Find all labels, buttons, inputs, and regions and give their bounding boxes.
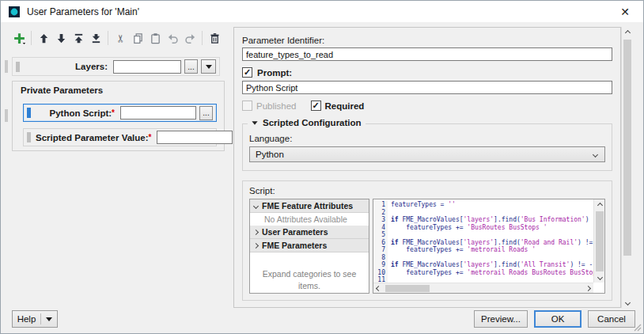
chevron-down-icon [253, 203, 259, 208]
code-line: featureTypes = '' [391, 201, 593, 209]
scroll-right-button[interactable] [583, 283, 593, 294]
prompt-input[interactable] [242, 81, 612, 94]
python-script-row[interactable]: Python Script:* ... [23, 104, 217, 122]
layers-row-handle[interactable] [5, 60, 8, 73]
collapse-triangle-icon [252, 121, 257, 125]
code-line [391, 254, 593, 262]
move-up-button[interactable] [35, 29, 52, 47]
private-group-handle[interactable] [5, 109, 8, 122]
scroll-down-button[interactable] [622, 297, 633, 308]
private-parameters-label: Private Parameters [21, 85, 103, 95]
user-parameters-dialog: User Parameters for 'Main' ✕ [0, 0, 644, 334]
arrow-to-bottom-icon [90, 32, 102, 44]
tree-category-fme-parameters[interactable]: FME Parameters [250, 239, 369, 252]
attribute-tree: FME Feature Attributes No Attributes Ava… [249, 199, 369, 294]
language-label: Language: [249, 134, 605, 143]
layers-dropdown-button[interactable] [201, 59, 216, 74]
undo-icon [167, 32, 179, 44]
scrollbar-thumb[interactable] [385, 285, 430, 292]
language-select[interactable]: Python [249, 146, 605, 162]
dropdown-arrow-icon [46, 317, 52, 321]
python-script-browse-button[interactable]: ... [199, 106, 213, 120]
code-line: if FME_MacroValues['layers'].find('Bus I… [391, 216, 593, 224]
parameter-identifier-label: Parameter Identifier: [242, 36, 612, 45]
scroll-up-button[interactable] [622, 27, 633, 38]
drag-grip-icon [27, 108, 31, 118]
required-asterisk: * [149, 133, 152, 142]
delete-button[interactable] [206, 29, 223, 47]
script-label: Script: [249, 186, 605, 195]
window-title: User Parameters for 'Main' [27, 6, 139, 17]
line-number: 3 [373, 216, 385, 224]
add-parameter-button[interactable] [10, 29, 28, 47]
prompt-checkbox[interactable]: ✓ [242, 67, 252, 78]
required-asterisk: * [112, 108, 115, 117]
private-parameters-group: Private Parameters Python Script:* ... S… [12, 81, 225, 151]
published-checkbox [242, 101, 252, 111]
scripted-parameter-value-row[interactable]: Scripted Parameter Value:* ... [23, 128, 217, 146]
scripted-configuration-header[interactable]: Scripted Configuration [248, 118, 366, 127]
move-down-button[interactable] [52, 29, 70, 47]
resize-grip[interactable] [634, 324, 642, 332]
layers-browse-button[interactable]: ... [184, 59, 198, 74]
trash-icon [209, 32, 221, 44]
ok-button[interactable]: OK [534, 310, 581, 328]
scroll-left-button[interactable] [373, 283, 384, 294]
code-line [391, 231, 593, 239]
cut-button[interactable]: ✂ [112, 29, 129, 47]
code-line: featureTypes += 'metrorail Roads BusRout… [391, 269, 593, 277]
python-script-input[interactable] [120, 106, 196, 120]
paste-button[interactable] [146, 29, 164, 47]
button-divider [40, 313, 41, 325]
help-button[interactable]: Help [12, 310, 58, 328]
copy-icon [132, 32, 144, 44]
scripted-configuration-group: Scripted Configuration Language: Python [242, 123, 612, 171]
code-line: featureTypes += 'BusRoutes BusStops ' [391, 224, 593, 232]
undo-button[interactable] [164, 29, 181, 47]
scrollbar-thumb[interactable] [596, 211, 604, 271]
published-label: Published [256, 101, 297, 111]
script-code-editor[interactable]: 1234567891011121314 featureTypes = '' if… [373, 199, 605, 294]
editor-vertical-scrollbar[interactable] [593, 199, 604, 283]
scripted-parameter-value-label: Scripted Parameter Value:* [36, 133, 151, 142]
scissors-icon: ✂ [115, 34, 127, 43]
scripted-parameter-value-input[interactable] [157, 131, 233, 144]
cancel-button[interactable]: Cancel [588, 310, 635, 328]
move-to-bottom-button[interactable] [87, 29, 104, 47]
move-to-top-button[interactable] [70, 29, 87, 47]
prompt-row: ✓ Prompt: [242, 67, 612, 78]
close-button[interactable]: ✕ [613, 3, 637, 21]
required-checkbox[interactable]: ✓ [311, 101, 321, 111]
tree-category-user-parameters[interactable]: User Parameters [250, 226, 369, 239]
preview-button[interactable]: Preview... [474, 310, 528, 328]
scroll-up-button[interactable] [594, 199, 605, 211]
arrow-up-icon [38, 32, 50, 44]
script-group: Script: FME Feature Attributes No Attrib… [242, 180, 612, 301]
code-line: if FME_MacroValues['layers'].find('All T… [391, 261, 593, 269]
toolbar-separator [31, 31, 32, 45]
python-script-label: Python Script:* [36, 108, 115, 118]
parameter-identifier-input[interactable] [242, 47, 612, 61]
scrollbar-thumb[interactable] [623, 40, 631, 256]
scroll-down-button[interactable] [594, 271, 605, 283]
redo-button[interactable] [181, 29, 199, 47]
code-line [391, 276, 593, 283]
layers-parameter-row[interactable]: Layers: ... [12, 57, 220, 76]
tree-category-fme-feature-attributes[interactable]: FME Feature Attributes [250, 199, 369, 213]
parameter-detail-body: Parameter Identifier: ✓ Prompt: Publishe… [233, 27, 621, 308]
line-number: 7 [373, 246, 385, 254]
fme-app-icon [9, 6, 20, 17]
parameter-detail-panel: Parameter Identifier: ✓ Prompt: Publishe… [233, 27, 632, 308]
panel-vertical-scrollbar[interactable] [621, 27, 632, 308]
add-plus-icon [13, 32, 26, 45]
code-line: if FME_MacroValues['layers'].find('Road … [391, 239, 593, 247]
line-number: 9 [373, 261, 385, 269]
editor-horizontal-scrollbar[interactable] [373, 283, 593, 293]
scripted-configuration-label: Scripted Configuration [263, 118, 362, 127]
copy-button[interactable] [129, 29, 146, 47]
footer-bar: Help Preview... OK Cancel [1, 309, 643, 333]
arrow-down-icon [55, 32, 67, 44]
code-area: 1234567891011121314 featureTypes = '' if… [373, 200, 593, 283]
chevron-down-icon [593, 152, 598, 158]
layers-input[interactable] [113, 60, 181, 74]
